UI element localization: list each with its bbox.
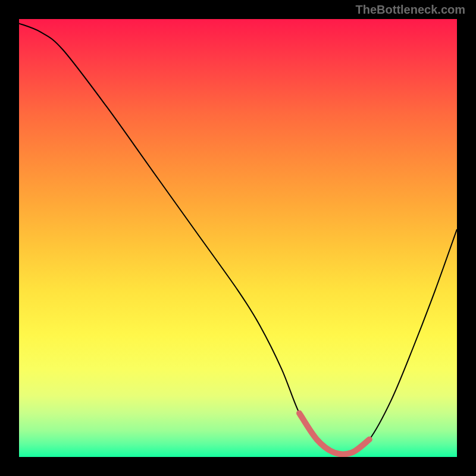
chart-plot-area <box>19 19 457 457</box>
bottleneck-chart <box>19 19 457 457</box>
watermark-text: TheBottleneck.com <box>356 3 465 17</box>
optimal-range-highlight <box>299 413 369 454</box>
bottleneck-curve-line <box>19 23 457 454</box>
